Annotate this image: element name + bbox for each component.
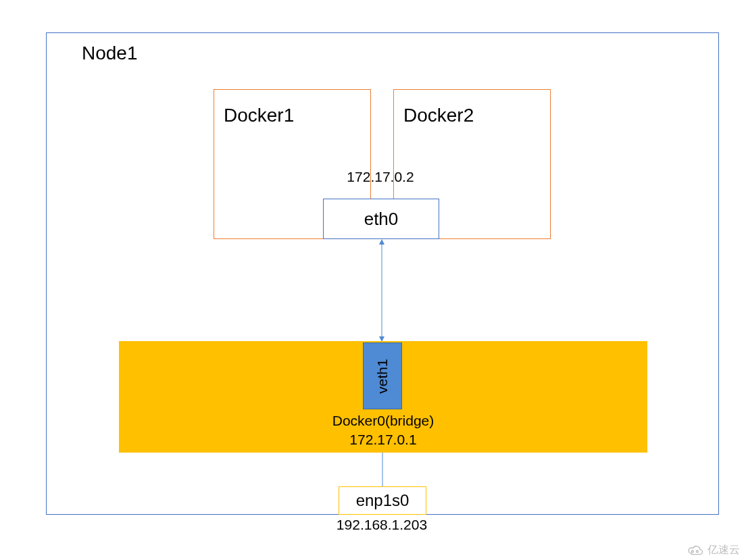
svg-point-2 — [691, 551, 693, 553]
eth0-ip-label: 172.17.0.2 — [337, 169, 424, 185]
veth1-label: veth1 — [374, 359, 391, 393]
watermark: 亿速云 — [686, 543, 740, 557]
bridge-name: Docker0(bridge) — [119, 413, 647, 429]
cloud-icon — [686, 544, 705, 557]
enp1s0-box: enp1s0 — [339, 486, 426, 515]
host-ip-label: 192.168.1.203 — [331, 517, 432, 533]
arrow-eth0-veth1 — [378, 239, 385, 342]
docker1-title: Docker1 — [224, 105, 294, 126]
svg-point-3 — [696, 551, 698, 553]
eth0-box: eth0 — [323, 199, 439, 239]
bridge-ip: 172.17.0.1 — [119, 432, 647, 448]
veth1-box: veth1 — [363, 342, 402, 409]
line-bridge-enp1s0 — [380, 453, 385, 486]
enp1s0-label: enp1s0 — [356, 491, 410, 510]
node-title: Node1 — [82, 43, 138, 64]
docker2-title: Docker2 — [403, 105, 474, 126]
watermark-text: 亿速云 — [708, 543, 740, 557]
eth0-label: eth0 — [364, 209, 399, 230]
